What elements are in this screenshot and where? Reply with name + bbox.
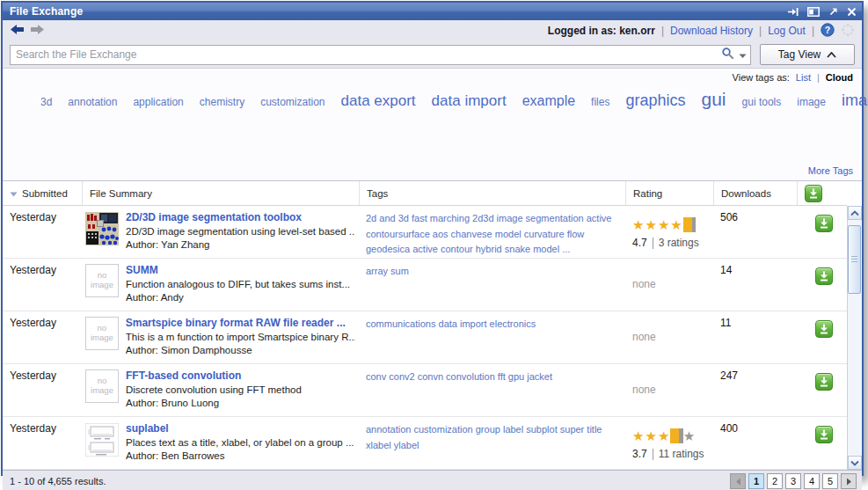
star-icon: ★: [632, 217, 645, 232]
file-title-link[interactable]: FFT-based convolution: [126, 369, 302, 382]
file-title-link[interactable]: Smartspice binary format RAW file reader…: [126, 317, 355, 329]
column-header-submitted[interactable]: Submitted: [3, 181, 82, 205]
file-title-link[interactable]: 2D/3D image segmentation toolbox: [126, 211, 355, 223]
separator: |: [759, 25, 762, 37]
status-footer: 1 - 10 of 4,655 results. 12345: [3, 470, 862, 490]
results-count: 1 - 10 of 4,655 results.: [10, 476, 106, 486]
tag-image[interactable]: image: [797, 96, 826, 108]
tag-gui-tools[interactable]: gui tools: [742, 96, 782, 108]
tag-files[interactable]: files: [591, 96, 609, 108]
star-icon: ★: [632, 428, 645, 443]
column-header-rating[interactable]: Rating: [625, 181, 713, 205]
dock-icon[interactable]: [787, 7, 799, 17]
column-header-downloads[interactable]: Downloads: [713, 181, 797, 205]
next-page-icon[interactable]: [841, 473, 857, 489]
row-submitted: Yesterday: [10, 211, 56, 223]
scroll-up-icon[interactable]: [848, 206, 862, 220]
download-file-button[interactable]: [815, 267, 833, 285]
undock-icon[interactable]: [828, 7, 838, 17]
download-column-icon[interactable]: [805, 185, 822, 202]
search-input[interactable]: [10, 45, 751, 65]
forward-arrow-button[interactable]: [30, 23, 45, 39]
restore-window-icon[interactable]: [807, 7, 820, 17]
tag-graphics[interactable]: graphics: [625, 91, 685, 109]
close-icon[interactable]: [847, 7, 857, 17]
logged-in-label: Logged in as: ken.orr: [548, 25, 655, 37]
row-tags-links[interactable]: communications data import electronics: [366, 318, 536, 329]
row-tags-links[interactable]: 2d and 3d fast marching 2d3d image segme…: [366, 213, 611, 254]
page-button-3[interactable]: 3: [785, 473, 801, 489]
help-icon[interactable]: ?: [821, 23, 835, 40]
page-button-1[interactable]: 1: [748, 473, 764, 489]
download-file-button[interactable]: [815, 426, 833, 443]
star-icon: ★: [683, 217, 696, 232]
star-rating: ★★★★★: [632, 218, 710, 231]
star-icon: ★: [683, 428, 696, 443]
row-rating: none: [625, 311, 713, 363]
row-tags-links[interactable]: annotation customization group label sub…: [366, 424, 602, 450]
search-options-caret-icon[interactable]: [739, 47, 747, 62]
pagination: 12345: [730, 473, 857, 489]
view-as-list-link[interactable]: List: [796, 72, 811, 83]
column-header-file-summary[interactable]: File Summary: [82, 181, 359, 205]
separator: |: [812, 25, 814, 37]
scrollbar-thumb[interactable]: [848, 225, 861, 294]
tag-example[interactable]: example: [522, 93, 575, 108]
title-bar[interactable]: File Exchange: [3, 3, 862, 20]
tag-3d[interactable]: 3d: [40, 96, 52, 108]
star-icon: ★: [670, 428, 682, 443]
file-title-link[interactable]: SUMM: [126, 264, 350, 276]
search-icon[interactable]: [721, 47, 734, 63]
page-button-5[interactable]: 5: [822, 473, 838, 489]
tag-customization[interactable]: customization: [260, 96, 325, 108]
tag-cloud-panel: View tags as: List | Cloud 3dannotationa…: [3, 68, 862, 180]
file-author: Author: Andy: [126, 292, 350, 303]
page-button-4[interactable]: 4: [804, 473, 820, 489]
log-out-link[interactable]: Log Out: [768, 25, 806, 37]
rating-none: none: [632, 278, 656, 290]
table-row: Yesterday no image SUMM Function analogo…: [3, 259, 847, 311]
column-header-tags[interactable]: Tags: [359, 181, 625, 205]
tag-data-import[interactable]: data import: [432, 92, 507, 109]
tag-view-button[interactable]: Tag View: [760, 44, 855, 65]
scroll-down-icon[interactable]: [848, 456, 862, 470]
tag-chemistry[interactable]: chemistry: [200, 96, 244, 108]
download-file-button[interactable]: [815, 215, 833, 232]
row-tags-links[interactable]: array sum: [366, 266, 409, 276]
star-icon: ★: [645, 217, 657, 232]
more-tags-link[interactable]: More Tags: [808, 165, 853, 176]
results-table: Submitted File Summary Tags Rating Downl…: [3, 180, 862, 470]
rating-none: none: [632, 384, 656, 396]
view-as-cloud-current[interactable]: Cloud: [826, 72, 853, 83]
download-file-button[interactable]: [815, 320, 833, 338]
tag-data-export[interactable]: data export: [341, 92, 416, 109]
table-row: Yesterday no image FFT-based convolution…: [3, 364, 847, 417]
separator: |: [817, 72, 820, 83]
scrollbar-track[interactable]: [848, 220, 862, 456]
back-arrow-button[interactable]: [10, 23, 25, 39]
search-box: [10, 45, 751, 65]
busy-spinner-icon: [841, 23, 855, 40]
rating-count: 3 ratings: [659, 237, 699, 249]
vertical-scrollbar[interactable]: [847, 206, 862, 470]
page-button-2[interactable]: 2: [767, 473, 783, 489]
tag-gui[interactable]: gui: [702, 89, 726, 109]
row-submitted: Yesterday: [10, 264, 56, 276]
row-download-count: 11: [720, 317, 731, 329]
row-tags-links[interactable]: conv conv2 convn convolution fft gpu jac…: [366, 371, 552, 382]
tag-image-processing[interactable]: image processing: [842, 91, 868, 109]
no-image-placeholder: no image: [85, 369, 119, 403]
row-submitted: Yesterday: [10, 422, 56, 435]
file-title-link[interactable]: suplabel: [126, 422, 354, 435]
file-author: Author: Simon Damphousse: [126, 345, 355, 355]
file-exchange-window: File Exchange: [1, 1, 864, 476]
window-title: File Exchange: [10, 5, 83, 18]
tag-application[interactable]: application: [133, 96, 183, 108]
tag-annotation[interactable]: annotation: [68, 96, 117, 108]
previous-page-icon[interactable]: [730, 473, 746, 489]
file-author: Author: Bruno Luong: [126, 398, 302, 408]
download-history-link[interactable]: Download History: [670, 25, 753, 37]
toolbar: Logged in as: ken.orr | Download History…: [3, 20, 862, 41]
download-file-button[interactable]: [815, 373, 833, 391]
tag-view-button-label: Tag View: [778, 48, 821, 61]
